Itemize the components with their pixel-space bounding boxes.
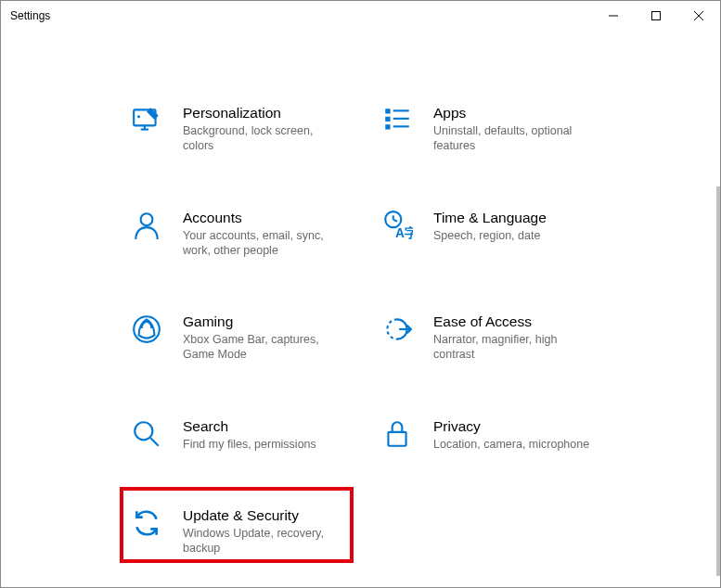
tile-privacy[interactable]: Privacy Location, camera, microphone: [381, 418, 632, 452]
tile-gaming[interactable]: Gaming Xbox Game Bar, captures, Game Mod…: [131, 313, 381, 363]
tile-title: Privacy: [433, 418, 589, 435]
tile-text: Privacy Location, camera, microphone: [433, 418, 589, 452]
personalization-icon: [131, 105, 162, 136]
svg-text:A字: A字: [395, 224, 413, 239]
svg-point-21: [135, 422, 152, 440]
svg-rect-11: [393, 109, 409, 111]
scrollbar[interactable]: [716, 186, 720, 576]
tile-title: Search: [183, 418, 316, 435]
tile-desc: Your accounts, email, sync, work, other …: [183, 228, 345, 259]
content-area: Personalization Background, lock screen,…: [1, 31, 720, 556]
tile-title: Ease of Access: [433, 313, 596, 330]
tile-title: Update & Security: [183, 507, 345, 524]
tile-title: Time & Language: [433, 210, 547, 226]
close-icon: [694, 11, 703, 20]
ease-of-access-icon: [381, 313, 413, 345]
privacy-icon: [381, 418, 413, 450]
tile-desc: Find my files, permissions: [183, 437, 316, 452]
tile-text: Search Find my files, permissions: [183, 418, 316, 452]
minimize-button[interactable]: [592, 1, 635, 31]
titlebar: Settings: [1, 1, 720, 31]
tile-desc: Background, lock screen, colors: [183, 123, 345, 154]
tile-desc: Speech, region, date: [433, 228, 547, 243]
svg-rect-9: [385, 117, 390, 121]
search-icon: [131, 418, 162, 450]
tile-desc: Narrator, magnifier, high contrast: [433, 332, 596, 363]
tile-title: Personalization: [183, 105, 345, 121]
tile-time-language[interactable]: A字 Time & Language Speech, region, date: [381, 210, 632, 259]
tile-update-security[interactable]: Update & Security Windows Update, recove…: [131, 507, 381, 556]
apps-icon: [381, 105, 413, 136]
tile-desc: Uninstall, defaults, optional features: [433, 123, 596, 154]
tile-text: Gaming Xbox Game Bar, captures, Game Mod…: [183, 313, 345, 363]
tile-desc: Location, camera, microphone: [433, 437, 589, 452]
tile-text: Ease of Access Narrator, magnifier, high…: [433, 313, 596, 363]
tile-text: Apps Uninstall, defaults, optional featu…: [433, 105, 596, 154]
tile-title: Gaming: [183, 313, 345, 330]
tile-desc: Windows Update, recovery, backup: [183, 526, 345, 556]
tile-search[interactable]: Search Find my files, permissions: [131, 418, 381, 452]
svg-rect-13: [393, 125, 409, 127]
tile-text: Update & Security Windows Update, recove…: [183, 507, 345, 556]
tile-desc: Xbox Game Bar, captures, Game Mode: [183, 332, 345, 363]
accounts-icon: [131, 210, 162, 241]
settings-grid: Personalization Background, lock screen,…: [131, 105, 720, 556]
svg-point-14: [141, 213, 153, 225]
svg-rect-10: [385, 124, 390, 129]
tile-accounts[interactable]: Accounts Your accounts, email, sync, wor…: [131, 210, 381, 259]
window-controls: [592, 1, 720, 31]
close-button[interactable]: [677, 1, 720, 31]
maximize-button[interactable]: [635, 1, 677, 31]
svg-line-17: [393, 219, 397, 221]
svg-point-7: [137, 115, 140, 118]
tile-text: Accounts Your accounts, email, sync, wor…: [183, 210, 345, 259]
svg-rect-1: [652, 12, 661, 20]
svg-rect-8: [385, 109, 390, 113]
svg-rect-23: [388, 431, 406, 445]
tile-title: Apps: [433, 105, 596, 121]
svg-line-22: [150, 438, 159, 446]
update-security-icon: [131, 507, 162, 539]
tile-text: Personalization Background, lock screen,…: [183, 105, 345, 154]
tile-apps[interactable]: Apps Uninstall, defaults, optional featu…: [381, 105, 632, 154]
tile-ease-of-access[interactable]: Ease of Access Narrator, magnifier, high…: [381, 313, 632, 363]
gaming-icon: [131, 313, 162, 345]
maximize-icon: [651, 11, 661, 20]
tile-title: Accounts: [183, 210, 345, 226]
window-title: Settings: [10, 9, 50, 22]
time-language-icon: A字: [381, 210, 413, 241]
tile-text: Time & Language Speech, region, date: [433, 210, 547, 243]
tile-personalization[interactable]: Personalization Background, lock screen,…: [131, 105, 381, 154]
minimize-icon: [609, 11, 618, 20]
svg-rect-12: [393, 118, 409, 120]
